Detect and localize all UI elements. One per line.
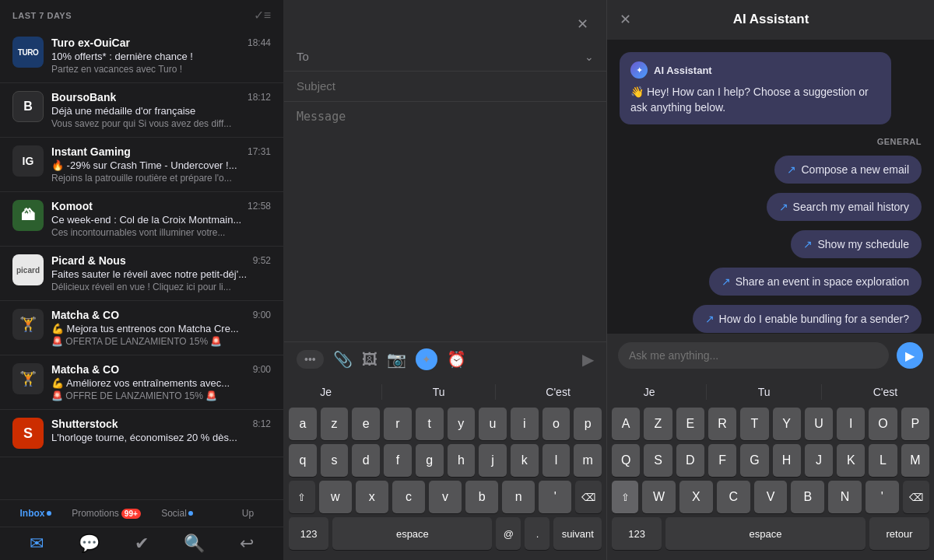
key-n[interactable]: n [502, 481, 535, 513]
key-period[interactable]: . [525, 517, 550, 550]
email-item-shutterstock[interactable]: S Shutterstock 8:12 L'horloge tourne, éc… [0, 410, 283, 457]
ai-key-G[interactable]: G [740, 444, 768, 477]
key-e[interactable]: e [352, 408, 380, 440]
ai-key-T[interactable]: T [740, 408, 768, 440]
key-h[interactable]: h [448, 444, 476, 477]
key-z[interactable]: z [321, 408, 349, 440]
key-x[interactable]: x [356, 481, 388, 513]
ai-key-D[interactable]: D [676, 444, 704, 477]
ai-suggestion-je[interactable]: Je [637, 383, 662, 401]
key-j[interactable]: j [479, 444, 507, 477]
email-item-bourso[interactable]: B BoursoBank 18:12 Déjà une médaille d'o… [0, 83, 283, 138]
ai-key-R[interactable]: R [708, 408, 736, 440]
ai-key-S[interactable]: S [644, 444, 672, 477]
key-g[interactable]: g [416, 444, 444, 477]
ai-suggestion-search[interactable]: ↗ Search my email history [767, 193, 922, 221]
compose-subject-input[interactable] [297, 79, 594, 93]
refresh-icon[interactable]: ↩ [240, 534, 254, 554]
key-a[interactable]: a [289, 408, 317, 440]
ai-key-F[interactable]: F [708, 444, 736, 477]
compose-to-input[interactable] [335, 48, 585, 65]
ai-key-K[interactable]: K [837, 444, 865, 477]
tab-social[interactable]: Social [142, 505, 212, 522]
search-icon[interactable]: 🔍 [184, 534, 205, 554]
ai-key-backspace[interactable]: ⌫ [903, 481, 929, 513]
chat-icon[interactable]: 💬 [79, 534, 100, 554]
key-b[interactable]: b [465, 481, 498, 513]
task-icon[interactable]: ✔ [135, 534, 149, 554]
inbox-icon[interactable]: ✉ [30, 534, 44, 554]
ai-suggestion-event[interactable]: ↗ Share an event in space exploration [709, 268, 922, 296]
toolbar-more-button[interactable]: ••• [297, 350, 324, 369]
key-apostrophe[interactable]: ' [539, 481, 571, 513]
key-shift[interactable]: ⇧ [289, 481, 315, 513]
ai-key-C[interactable]: C [717, 481, 750, 513]
ai-suggestion-compose[interactable]: ↗ Compose a new email [774, 156, 922, 184]
ai-key-X[interactable]: X [679, 481, 713, 513]
key-l[interactable]: l [542, 444, 571, 477]
email-item-komoot[interactable]: 🏔 Komoot 12:58 Ce week-end : Col de la C… [0, 192, 283, 247]
ai-send-button[interactable]: ▶ [897, 342, 923, 369]
key-123[interactable]: 123 [289, 517, 328, 550]
ai-key-B[interactable]: B [791, 481, 824, 513]
ai-key-Q[interactable]: Q [612, 444, 640, 477]
ai-key-N[interactable]: N [828, 481, 862, 513]
key-q[interactable]: q [289, 444, 317, 477]
tab-inbox[interactable]: Inbox [0, 505, 71, 522]
tab-up[interactable]: Up [212, 505, 283, 522]
key-v[interactable]: v [429, 481, 462, 513]
ai-key-P[interactable]: P [901, 408, 929, 440]
email-item-matcha1[interactable]: 🏋 Matcha & CO 9:00 💪 Mejora tus entrenos… [0, 301, 283, 355]
toolbar-camera-icon[interactable]: 📷 [387, 350, 406, 369]
ai-key-O[interactable]: O [869, 408, 897, 440]
ai-ask-input[interactable] [618, 342, 889, 369]
key-f[interactable]: f [384, 444, 412, 477]
key-p[interactable]: p [574, 408, 602, 440]
compose-message-input[interactable] [297, 110, 594, 334]
key-c[interactable]: c [392, 481, 425, 513]
tab-promotions[interactable]: Promotions99+ [71, 505, 142, 522]
key-k[interactable]: k [511, 444, 539, 477]
compose-close-button[interactable]: ✕ [571, 12, 594, 36]
ai-key-V[interactable]: V [754, 481, 788, 513]
ai-key-J[interactable]: J [805, 444, 833, 477]
suggestion-cest[interactable]: C'est [539, 383, 576, 401]
suggestion-tu[interactable]: Tu [427, 383, 451, 401]
ai-suggestion-bundling[interactable]: ↗ How do I enable bundling for a sender? [693, 305, 922, 333]
toolbar-ai-icon[interactable]: ✦ [416, 348, 437, 370]
key-u[interactable]: u [479, 408, 507, 440]
ai-suggestion-schedule[interactable]: ↗ Show my schedule [791, 230, 922, 258]
key-suivant[interactable]: suivant [553, 517, 602, 550]
ai-key-E[interactable]: E [676, 408, 704, 440]
key-m[interactable]: m [574, 444, 602, 477]
key-t[interactable]: t [416, 408, 444, 440]
ai-key-123[interactable]: 123 [612, 517, 662, 550]
ai-key-apostrophe[interactable]: ' [866, 481, 899, 513]
compose-send-button[interactable]: ▶ [582, 350, 594, 369]
key-i[interactable]: i [511, 408, 539, 440]
key-s[interactable]: s [321, 444, 349, 477]
email-item-picard[interactable]: picard Picard & Nous 9:52 Faites sauter … [0, 247, 283, 301]
key-at[interactable]: @ [496, 517, 521, 550]
ai-key-A[interactable]: A [612, 408, 640, 440]
email-item-matcha2[interactable]: 🏋 Matcha & CO 9:00 💪 Améliorez vos entra… [0, 355, 283, 410]
ai-key-L[interactable]: L [869, 444, 897, 477]
ai-close-button[interactable]: ✕ [620, 11, 631, 28]
email-item-turo[interactable]: TURO Turo ex-OuiCar 18:44 10% offerts* :… [0, 29, 283, 83]
key-w[interactable]: w [319, 481, 352, 513]
toolbar-alarm-icon[interactable]: ⏰ [447, 350, 466, 369]
ai-key-shift[interactable]: ⇧ [612, 481, 638, 513]
key-o[interactable]: o [542, 408, 571, 440]
ai-key-H[interactable]: H [773, 444, 801, 477]
key-d[interactable]: d [352, 444, 380, 477]
suggestion-je[interactable]: Je [314, 383, 338, 401]
ai-key-space[interactable]: espace [665, 517, 866, 550]
ai-key-Z[interactable]: Z [644, 408, 672, 440]
toolbar-image-icon[interactable]: 🖼 [362, 351, 377, 369]
toolbar-attachment-icon[interactable]: 📎 [333, 350, 353, 369]
ai-suggestion-tu[interactable]: Tu [752, 383, 777, 401]
ai-key-W[interactable]: W [642, 481, 676, 513]
ai-suggestion-cest[interactable]: C'est [867, 383, 904, 401]
check-all-icon[interactable]: ✓≡ [254, 8, 271, 23]
ai-key-U[interactable]: U [805, 408, 833, 440]
